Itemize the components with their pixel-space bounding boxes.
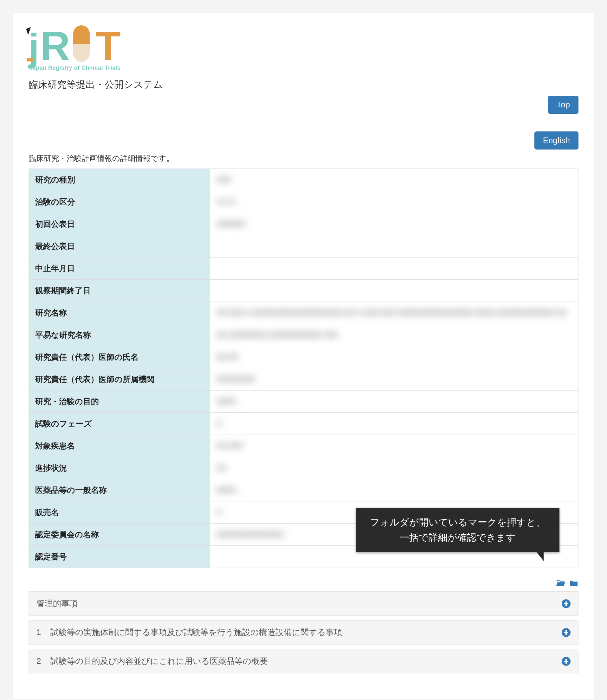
row-label: 研究名称: [29, 302, 210, 324]
row-label: 平易な研究名称: [29, 324, 210, 346]
row-value: ■■■■■■: [210, 213, 579, 235]
row-value: [210, 280, 579, 302]
logo-letter-t: T: [96, 28, 121, 64]
table-row: 治験の区分■ ■ ■: [29, 191, 579, 213]
table-row: 進捗状況■■: [29, 457, 579, 479]
row-value: ■■■■■■■■: [210, 368, 579, 391]
table-row: 試験のフェーズ■: [29, 413, 579, 435]
table-row: 中止年月日: [29, 258, 579, 280]
row-label: 研究の種別: [29, 169, 210, 191]
row-label: 認定委員会の名称: [29, 524, 210, 546]
row-label: 進捗状況: [29, 457, 210, 479]
row-value: ■■ ■■■: [210, 435, 579, 457]
row-value: ■■ ■■: [210, 346, 579, 368]
tooltip-annotation: フォルダが開いているマークを押すと、 一括で詳細が確認できます: [356, 508, 560, 552]
page-description: 臨床研究・治験計画情報の詳細情報です。: [28, 153, 579, 163]
top-button[interactable]: Top: [548, 96, 579, 114]
row-value: ■■: [210, 457, 579, 479]
row-value: [210, 235, 579, 258]
table-row: 研究責任（代表）医師の氏名■■ ■■: [29, 346, 579, 368]
accordion-title: 2試験等の目的及び内容並びにこれに用いる医薬品等の概要: [37, 656, 268, 667]
row-label: 研究責任（代表）医師の氏名: [29, 346, 210, 368]
logo-letter-r: R: [40, 28, 68, 64]
folder-closed-icon[interactable]: [569, 579, 579, 587]
expand-icon[interactable]: [562, 657, 570, 666]
row-label: 研究責任（代表）医師の所属機関: [29, 368, 210, 391]
english-button[interactable]: English: [535, 131, 579, 150]
tooltip-line2: 一括で詳細が確認できます: [400, 532, 516, 543]
accordion-number: 2: [37, 656, 50, 666]
table-row: 平易な研究名称■■ ■■■■■■■■ ■■■■■■■■■■■ ■■■: [29, 324, 579, 346]
row-label: 対象疾患名: [29, 435, 210, 457]
row-value: ■■■■: [210, 391, 579, 413]
row-value: ■■■: [210, 169, 579, 191]
row-label: 中止年月日: [29, 258, 210, 280]
row-value: ■: [210, 413, 579, 435]
divider: [28, 121, 579, 121]
row-label: 認定番号: [29, 546, 210, 568]
table-row: 初回公表日■■■■■■: [29, 213, 579, 235]
accordion-section[interactable]: 管理的事項: [28, 591, 579, 616]
row-value: ■■ ■■■■■■■■ ■■■■■■■■■■■ ■■■: [210, 324, 579, 346]
logo-area: j R T Japan Registry of Clinical Trials: [28, 22, 579, 71]
table-row: 対象疾患名■■ ■■■: [29, 435, 579, 457]
expand-icon[interactable]: [562, 628, 570, 637]
expand-icon[interactable]: [562, 599, 570, 608]
table-row: 研究責任（代表）医師の所属機関■■■■■■■■: [29, 368, 579, 391]
row-label: 研究・治験の目的: [29, 391, 210, 413]
row-value: ■ ■ ■: [210, 191, 579, 213]
cursor-icon: [26, 27, 33, 35]
row-label: 初回公表日: [29, 213, 210, 235]
accordion-title: 1試験等の実施体制に関する事項及び試験等を行う施設の構造設備に関する事項: [37, 627, 342, 638]
row-value: [210, 258, 579, 280]
table-row: 医薬品等の一般名称■■■■: [29, 479, 579, 501]
row-label: 最終公表日: [29, 235, 210, 258]
row-label: 試験のフェーズ: [29, 413, 210, 435]
table-row: 研究名称■■ ■■■ ■ ■■■■■■■■■■■■■■■■■■■ ■■ ■ ■■…: [29, 302, 579, 324]
system-title: 臨床研究等提出・公開システム: [28, 78, 579, 91]
table-row: 最終公表日: [29, 235, 579, 258]
accordion-section[interactable]: 1試験等の実施体制に関する事項及び試験等を行う施設の構造設備に関する事項: [28, 620, 579, 644]
folder-open-icon[interactable]: [556, 579, 565, 587]
logo: j R T: [28, 22, 579, 63]
tooltip-line1: フォルダが開いているマークを押すと、: [370, 517, 545, 527]
accordion-number: 1: [37, 628, 50, 637]
row-label: 販売名: [29, 501, 210, 524]
table-row: 観察期間終了日: [29, 280, 579, 302]
accordion-section[interactable]: 2試験等の目的及び内容並びにこれに用いる医薬品等の概要: [28, 649, 579, 673]
row-label: 医薬品等の一般名称: [29, 479, 210, 501]
accordion-title: 管理的事項: [37, 598, 78, 609]
row-value: ■■ ■■■ ■ ■■■■■■■■■■■■■■■■■■■ ■■ ■ ■■■ ■■…: [210, 302, 579, 324]
row-label: 観察期間終了日: [29, 280, 210, 302]
logo-subtitle: Japan Registry of Clinical Trials: [29, 65, 579, 71]
logo-letter-j: j: [28, 31, 39, 63]
logo-letter-c: [69, 22, 94, 63]
row-label: 治験の区分: [29, 191, 210, 213]
table-row: 研究の種別■■■: [29, 169, 579, 191]
table-row: 研究・治験の目的■■■■: [29, 391, 579, 413]
pill-icon: [73, 25, 90, 62]
row-value: ■■■■: [210, 479, 579, 501]
